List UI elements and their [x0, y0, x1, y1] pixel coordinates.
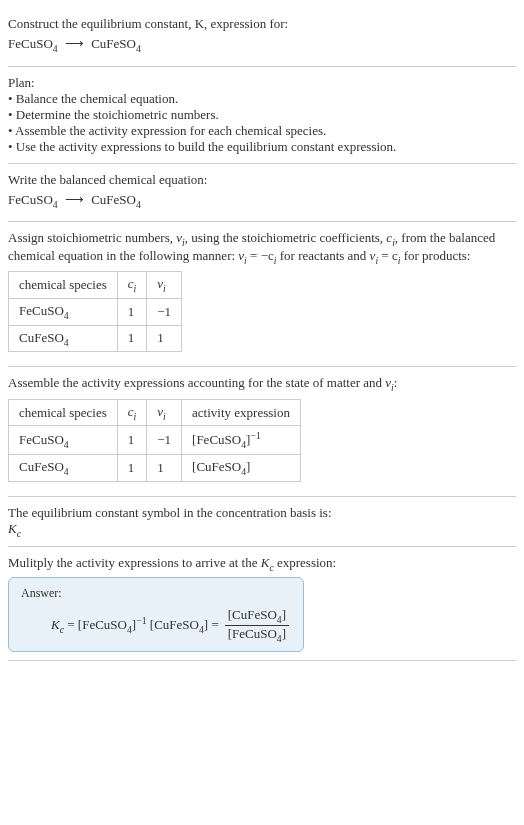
plan-item-2: • Determine the stoichiometric numbers.: [8, 107, 516, 123]
col-c: ci: [117, 272, 147, 299]
cell-activity: [CuFeSO4]: [182, 455, 301, 482]
answer-equation: Kc = [FeCuSO4]−1 [CuFeSO4] = [CuFeSO4] […: [51, 607, 291, 643]
activity-section: Assemble the activity expressions accoun…: [8, 367, 516, 497]
cell-nu: 1: [147, 325, 182, 352]
plan-item-4: • Use the activity expressions to build …: [8, 139, 516, 155]
activity-title: Assemble the activity expressions accoun…: [8, 375, 516, 393]
cell-c: 1: [117, 455, 147, 482]
plan-title: Plan:: [8, 75, 516, 91]
product: CuFeSO4: [91, 36, 141, 51]
col-nu: νi: [147, 272, 182, 299]
cell-nu: 1: [147, 455, 182, 482]
reaction-arrow: ⟶: [65, 192, 84, 208]
plan-section: Plan: • Balance the chemical equation. •…: [8, 67, 516, 164]
kc-symbol-section: The equilibrium constant symbol in the c…: [8, 497, 516, 548]
balanced-equation: FeCuSO4 ⟶ CuFeSO4: [8, 192, 516, 210]
construct-title: Construct the equilibrium constant, K, e…: [8, 16, 516, 32]
construct-text: Construct the equilibrium constant, K, e…: [8, 16, 288, 31]
cell-nu: −1: [147, 298, 182, 325]
product: CuFeSO4: [91, 192, 141, 207]
col-species: chemical species: [9, 272, 118, 299]
multiply-section: Mulitply the activity expressions to arr…: [8, 547, 516, 661]
plan-item-3: • Assemble the activity expression for e…: [8, 123, 516, 139]
col-species: chemical species: [9, 399, 118, 426]
table-header-row: chemical species ci νi activity expressi…: [9, 399, 301, 426]
multiply-text: Mulitply the activity expressions to arr…: [8, 555, 516, 573]
table-header-row: chemical species ci νi: [9, 272, 182, 299]
cell-species: CuFeSO4: [9, 325, 118, 352]
reaction-arrow: ⟶: [65, 36, 84, 52]
cell-c: 1: [117, 426, 147, 455]
table-row: FeCuSO4 1 −1 [FeCuSO4]−1: [9, 426, 301, 455]
header-section: Construct the equilibrium constant, K, e…: [8, 8, 516, 67]
stoich-table: chemical species ci νi FeCuSO4 1 −1 CuFe…: [8, 271, 182, 352]
cell-c: 1: [117, 325, 147, 352]
cell-species: FeCuSO4: [9, 298, 118, 325]
cell-species: CuFeSO4: [9, 455, 118, 482]
kc-lhs: Kc = [FeCuSO4]−1 [CuFeSO4] =: [51, 615, 219, 635]
fraction-denominator: [FeCuSO4]: [225, 626, 289, 644]
balanced-title: Write the balanced chemical equation:: [8, 172, 516, 188]
table-row: CuFeSO4 1 1: [9, 325, 182, 352]
col-activity: activity expression: [182, 399, 301, 426]
fraction-numerator: [CuFeSO4]: [225, 607, 289, 626]
header-equation: FeCuSO4 ⟶ CuFeSO4: [8, 36, 516, 54]
col-c: ci: [117, 399, 147, 426]
col-nu: νi: [147, 399, 182, 426]
kc-symbol-text: The equilibrium constant symbol in the c…: [8, 505, 516, 521]
table-row: CuFeSO4 1 1 [CuFeSO4]: [9, 455, 301, 482]
stoich-description: Assign stoichiometric numbers, νi, using…: [8, 230, 516, 265]
reactant: FeCuSO4: [8, 36, 58, 51]
table-row: FeCuSO4 1 −1: [9, 298, 182, 325]
kc-symbol: Kc: [8, 521, 516, 539]
plan-item-1: • Balance the chemical equation.: [8, 91, 516, 107]
balanced-section: Write the balanced chemical equation: Fe…: [8, 164, 516, 223]
activity-table: chemical species ci νi activity expressi…: [8, 399, 301, 482]
cell-nu: −1: [147, 426, 182, 455]
answer-label: Answer:: [21, 586, 291, 601]
answer-box: Answer: Kc = [FeCuSO4]−1 [CuFeSO4] = [Cu…: [8, 577, 304, 652]
cell-activity: [FeCuSO4]−1: [182, 426, 301, 455]
cell-species: FeCuSO4: [9, 426, 118, 455]
reactant: FeCuSO4: [8, 192, 58, 207]
stoich-section: Assign stoichiometric numbers, νi, using…: [8, 222, 516, 367]
kc-fraction: [CuFeSO4] [FeCuSO4]: [225, 607, 289, 643]
cell-c: 1: [117, 298, 147, 325]
